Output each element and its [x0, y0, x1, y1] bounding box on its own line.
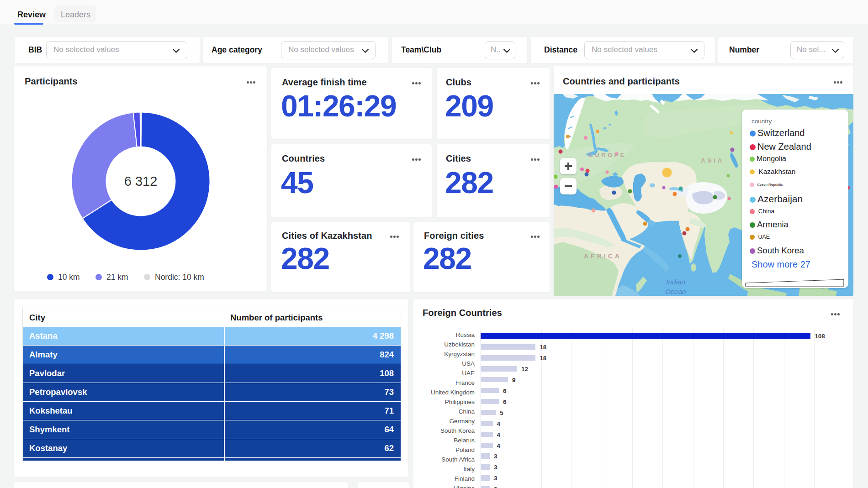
svg-text:6 312: 6 312	[124, 174, 158, 189]
svg-text:Indian: Indian	[666, 278, 685, 286]
svg-text:EUROPE: EUROPE	[589, 152, 626, 158]
svg-text:AFRICA: AFRICA	[584, 252, 622, 260]
svg-text:ASIA: ASIA	[701, 157, 724, 164]
svg-text:Ocean: Ocean	[665, 288, 686, 295]
